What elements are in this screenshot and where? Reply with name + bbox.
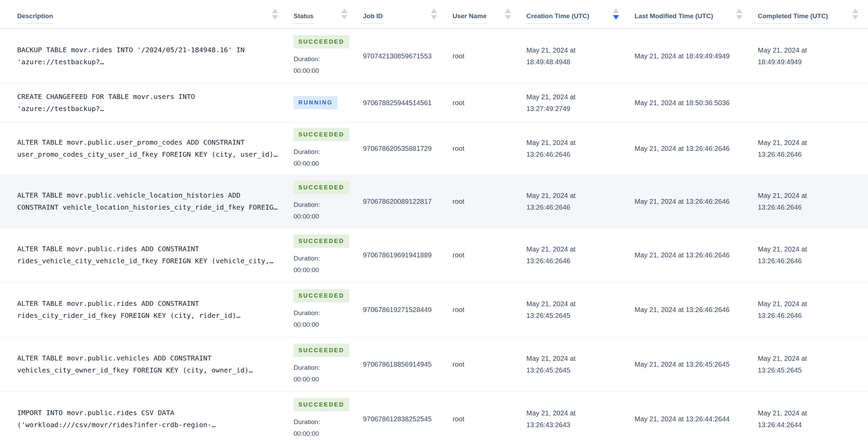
sort-down-arrow-icon xyxy=(431,15,437,20)
job-description-cell[interactable]: ALTER TABLE movr.public.user_promo_codes… xyxy=(0,122,294,175)
column-header-last-modified-time[interactable]: Last Modified Time (UTC) xyxy=(635,0,758,28)
user-name-cell: root xyxy=(453,228,526,282)
status-badge: SUCCEEDED xyxy=(294,289,349,302)
creation-time-cell: May 21, 2024 at 13:27:49:2749 xyxy=(526,83,635,122)
duration-label: Duration: xyxy=(294,307,320,319)
duration-value: 00:00:00 xyxy=(294,264,319,276)
last-modified-time-cell: May 21, 2024 at 13:26:45:2645 xyxy=(635,337,758,391)
job-description-line: rides_city_rider_id_fkey FOREIGN KEY (ci… xyxy=(17,310,240,322)
job-description-cell[interactable]: ALTER TABLE movr.public.rides ADD CONSTR… xyxy=(0,228,294,282)
table-row[interactable]: IMPORT INTO movr.public.rides CSV DATA (… xyxy=(0,391,868,444)
sort-up-arrow-icon xyxy=(505,9,511,13)
sort-icon[interactable] xyxy=(736,9,742,20)
duration-label: Duration: xyxy=(294,53,320,65)
table-row[interactable]: CREATE CHANGEFEED FOR TABLE movr.users I… xyxy=(0,83,868,122)
sort-icon[interactable] xyxy=(272,9,278,20)
completed-time-cell: May 21, 2024 at 13:26:46:2646 xyxy=(758,122,868,175)
sort-icon-active-descending[interactable] xyxy=(613,9,619,20)
sort-down-arrow-icon xyxy=(852,15,858,20)
column-header-status[interactable]: Status xyxy=(294,0,363,28)
last-modified-time-cell: May 21, 2024 at 13:26:46:2646 xyxy=(635,122,758,175)
status-cell: SUCCEEDED Duration: 00:00:00 xyxy=(294,337,363,391)
sort-icon[interactable] xyxy=(431,9,437,20)
duration-value: 00:00:00 xyxy=(294,319,319,331)
job-description-cell[interactable]: IMPORT INTO movr.public.rides CSV DATA (… xyxy=(0,391,294,444)
duration-label: Duration: xyxy=(294,253,320,264)
job-description-line: ALTER TABLE movr.public.user_promo_codes… xyxy=(17,136,244,148)
job-description-cell[interactable]: CREATE CHANGEFEED FOR TABLE movr.users I… xyxy=(0,83,294,122)
table-row[interactable]: BACKUP TABLE movr.rides INTO '/2024/05/2… xyxy=(0,29,868,83)
creation-time-cell: May 21, 2024 at 13:26:45:2645 xyxy=(526,282,635,337)
duration-value: 00:00:00 xyxy=(294,374,319,385)
user-name-cell: root xyxy=(453,282,526,337)
duration-label: Duration: xyxy=(294,416,320,428)
job-id-cell: 970678619271528449 xyxy=(363,282,453,337)
completed-time-cell: May 21, 2024 at 18:49:49:4949 xyxy=(758,29,868,83)
sort-icon[interactable] xyxy=(852,9,858,20)
job-id-cell: 970678612838252545 xyxy=(363,391,453,444)
column-label-creation-time: Creation Time (UTC) xyxy=(526,12,589,24)
status-cell: SUCCEEDED Duration: 00:00:00 xyxy=(294,391,363,444)
column-header-user-name[interactable]: User Name xyxy=(453,0,526,28)
status-cell: SUCCEEDED Duration: 00:00:00 xyxy=(294,228,363,282)
job-description-line: CONSTRAINT vehicle_location_histories_ci… xyxy=(17,201,278,213)
duration-value: 00:00:00 xyxy=(294,158,319,169)
sort-icon[interactable] xyxy=(341,9,347,20)
sort-up-arrow-icon xyxy=(736,9,742,13)
table-row[interactable]: ALTER TABLE movr.public.rides ADD CONSTR… xyxy=(0,282,868,337)
jobs-table: Description Status Job ID User Name Crea… xyxy=(0,0,868,444)
job-description-cell[interactable]: BACKUP TABLE movr.rides INTO '/2024/05/2… xyxy=(0,29,294,83)
creation-time-cell: May 21, 2024 at 13:26:46:2646 xyxy=(526,228,635,282)
last-modified-time-cell: May 21, 2024 at 18:50:36:5036 xyxy=(635,83,758,122)
column-header-creation-time[interactable]: Creation Time (UTC) xyxy=(526,0,635,28)
sort-down-arrow-icon xyxy=(505,15,511,20)
duration-label: Duration: xyxy=(294,146,320,158)
job-id-cell: 970678620089122817 xyxy=(363,175,453,228)
status-cell: SUCCEEDED Duration: 00:00:00 xyxy=(294,122,363,175)
job-description-line: vehicles_city_owner_id_fkey FOREIGN KEY … xyxy=(17,364,253,376)
table-row[interactable]: ALTER TABLE movr.public.user_promo_codes… xyxy=(0,122,868,175)
user-name-cell: root xyxy=(453,391,526,444)
last-modified-time-cell: May 21, 2024 at 13:26:46:2646 xyxy=(635,228,758,282)
completed-time-cell: May 21, 2024 at 13:26:46:2646 xyxy=(758,282,868,337)
sort-up-arrow-icon xyxy=(613,9,619,13)
job-description-line: BACKUP TABLE movr.rides INTO '/2024/05/2… xyxy=(17,44,244,56)
last-modified-time-cell: May 21, 2024 at 13:26:44:2644 xyxy=(635,391,758,444)
job-description-cell[interactable]: ALTER TABLE movr.public.vehicles ADD CON… xyxy=(0,337,294,391)
job-description-line: IMPORT INTO movr.public.rides CSV DATA xyxy=(17,407,174,419)
table-row[interactable]: ALTER TABLE movr.public.vehicles ADD CON… xyxy=(0,337,868,391)
last-modified-time-cell: May 21, 2024 at 18:49:49:4949 xyxy=(635,29,758,83)
user-name-cell: root xyxy=(453,175,526,228)
column-header-description[interactable]: Description xyxy=(0,0,294,28)
user-name-cell: root xyxy=(453,83,526,122)
duration-value: 00:00:00 xyxy=(294,211,319,222)
completed-time-cell: May 21, 2024 at 13:26:46:2646 xyxy=(758,175,868,228)
completed-time-cell xyxy=(758,83,868,122)
creation-time-cell: May 21, 2024 at 13:26:46:2646 xyxy=(526,175,635,228)
status-cell: SUCCEEDED Duration: 00:00:00 xyxy=(294,282,363,337)
column-header-completed-time[interactable]: Completed Time (UTC) xyxy=(758,0,868,28)
job-description-line: 'azure://testbackup?… xyxy=(17,103,104,115)
column-label-job-id: Job ID xyxy=(363,12,383,24)
job-description-cell[interactable]: ALTER TABLE movr.public.rides ADD CONSTR… xyxy=(0,282,294,337)
job-description-cell[interactable]: ALTER TABLE movr.public.vehicle_location… xyxy=(0,175,294,228)
last-modified-time-cell: May 21, 2024 at 13:26:46:2646 xyxy=(635,282,758,337)
duration-label: Duration: xyxy=(294,199,320,211)
sort-icon[interactable] xyxy=(505,9,511,20)
status-badge: RUNNING xyxy=(294,96,338,109)
sort-down-arrow-icon xyxy=(341,15,347,20)
column-header-job-id[interactable]: Job ID xyxy=(363,0,453,28)
sort-down-arrow-icon xyxy=(736,15,742,20)
table-body: BACKUP TABLE movr.rides INTO '/2024/05/2… xyxy=(0,29,868,444)
creation-time-cell: May 21, 2024 at 18:49:48:4948 xyxy=(526,29,635,83)
table-row[interactable]: ALTER TABLE movr.public.rides ADD CONSTR… xyxy=(0,228,868,282)
table-header-row: Description Status Job ID User Name Crea… xyxy=(0,0,868,29)
status-badge: SUCCEEDED xyxy=(294,181,349,194)
creation-time-cell: May 21, 2024 at 13:26:46:2646 xyxy=(526,122,635,175)
job-description-line: user_promo_codes_city_user_id_fkey FOREI… xyxy=(17,148,278,160)
user-name-cell: root xyxy=(453,337,526,391)
column-label-completed-time: Completed Time (UTC) xyxy=(758,12,828,24)
job-description-line: 'azure://testbackup?… xyxy=(17,56,104,68)
table-row[interactable]: ALTER TABLE movr.public.vehicle_location… xyxy=(0,175,868,228)
sort-up-arrow-icon xyxy=(272,9,278,13)
